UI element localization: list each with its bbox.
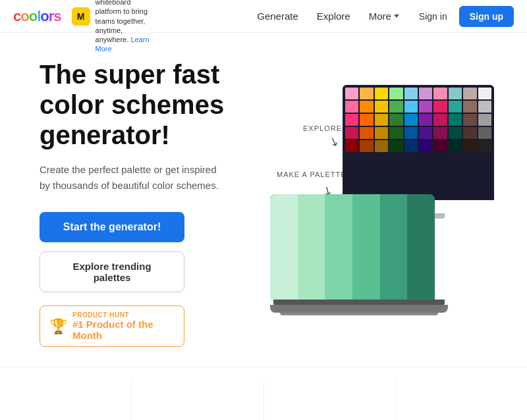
make-palette-label: MAKE A PALETTE — [277, 171, 347, 178]
nav-links: Generate Explore More Sign in Sign up — [249, 6, 514, 27]
product-hunt-rank: #1 Product of the Month — [72, 319, 175, 341]
trophy-icon: 🏆 — [49, 318, 67, 335]
product-hunt-label: Product Hunt — [72, 311, 175, 319]
nav-explore[interactable]: Explore — [309, 7, 358, 26]
hero-subtext: Create the perfect palette or get inspir… — [40, 162, 224, 194]
explore-label: EXPLORE — [303, 124, 342, 132]
hero-illustration: EXPLORE ↘ MAKE A PALETTE ↘ — [264, 78, 487, 328]
explore-palettes-button[interactable]: Explore trending palettes — [40, 251, 184, 292]
nav-generate[interactable]: Generate — [249, 7, 306, 26]
icon-card-adobe — [264, 381, 396, 420]
icon-card-instagram — [396, 381, 527, 420]
bottom-icons-row — [0, 367, 527, 420]
hero-headline: The super fast color schemes generator! — [40, 59, 250, 150]
explore-arrow-icon: ↘ — [327, 133, 342, 150]
hero-section: The super fast color schemes generator! … — [0, 33, 527, 367]
signin-button[interactable]: Sign in — [410, 7, 457, 26]
logo[interactable]: coolors — [13, 8, 61, 25]
laptop-illustration — [270, 194, 448, 315]
signup-button[interactable]: Sign up — [459, 6, 514, 27]
laptop-hinge — [273, 300, 445, 305]
laptop-palette — [270, 194, 435, 300]
laptop-base-bottom — [280, 313, 438, 315]
monitor-screen — [343, 85, 494, 200]
product-hunt-text: Product Hunt #1 Product of the Month — [72, 311, 175, 341]
laptop-base — [270, 305, 448, 313]
icon-card-monitor — [0, 381, 132, 420]
hero-left: The super fast color schemes generator! … — [40, 59, 264, 347]
icon-card-apple — [132, 381, 264, 420]
navbar: coolors M Miro The online collaborative … — [0, 0, 527, 33]
product-hunt-badge[interactable]: 🏆 Product Hunt #1 Product of the Month — [40, 305, 184, 347]
ad-brand-icon: M — [72, 7, 90, 26]
laptop-screen — [270, 194, 435, 300]
start-generator-button[interactable]: Start the generator! — [40, 212, 184, 242]
chevron-down-icon — [394, 14, 399, 18]
nav-more[interactable]: More — [361, 7, 407, 26]
